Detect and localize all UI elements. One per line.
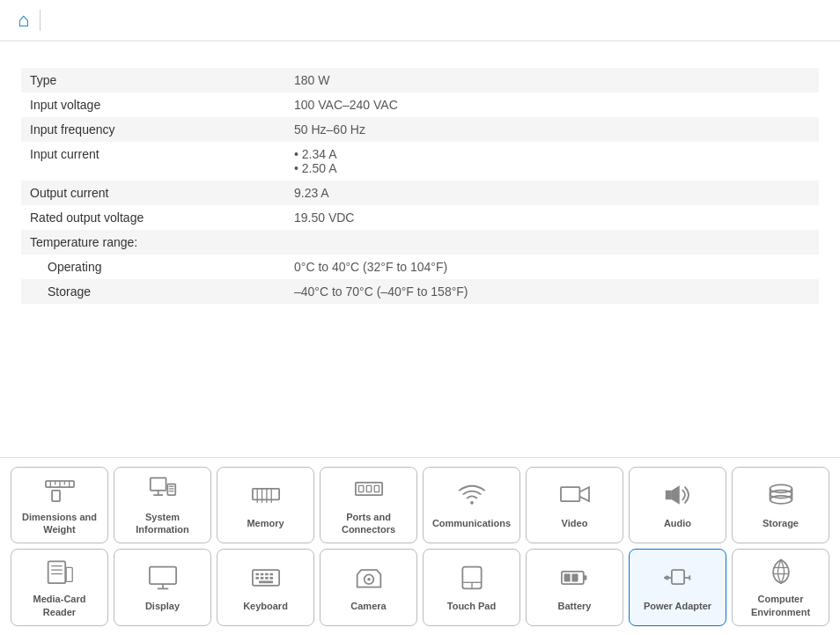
spec-value: 180 W [285,68,819,92]
nav-item-label: Communications [432,517,511,529]
svg-rect-49 [255,577,259,580]
spec-value: 2.34 A2.50 A [285,142,819,181]
nav-item-label: Touch Pad [447,600,496,612]
nav-item-label: Storage [763,517,799,529]
spec-label: Output current [21,181,285,205]
poweradapter-icon [662,564,694,596]
nav-row-2: Media-Card ReaderDisplayKeyboardCameraTo… [11,549,829,626]
nav-item-memory[interactable]: Memory [217,467,314,544]
svg-rect-53 [259,580,273,583]
svg-rect-41 [149,566,175,584]
spec-label: Storage [21,279,285,304]
svg-rect-51 [265,577,269,580]
svg-rect-48 [269,572,273,575]
spec-label: Input voltage [21,92,285,117]
svg-rect-62 [571,573,578,581]
computerenv-icon [765,557,797,589]
mediacard-icon [44,557,76,589]
nav-item-label: Camera [350,600,386,612]
header: ⌂ [0,0,840,41]
svg-rect-10 [167,484,175,494]
nav-item-display[interactable]: Display [114,549,211,626]
spec-value: 0°C to 40°C (32°F to 104°F) [285,255,819,279]
svg-rect-6 [52,491,60,501]
spec-table: Type180 WInput voltage100 VAC–240 VACInp… [21,68,819,304]
nav-item-battery[interactable]: Battery [526,549,623,626]
audio-icon [662,481,694,513]
nav-row-1: Dimensions and WeightSystem InformationM… [11,467,829,544]
header-divider [40,10,41,31]
svg-rect-50 [260,577,263,580]
nav-item-label: Dimensions and Weight [22,511,97,536]
nav-item-ports-connectors[interactable]: Ports and Connectors [320,467,417,544]
spec-label: Input frequency [21,117,285,142]
spec-label: Temperature range: [21,230,285,255]
svg-rect-46 [260,572,263,575]
nav-item-audio[interactable]: Audio [629,467,726,544]
svg-rect-14 [252,489,278,499]
nav-item-label: Media-Card Reader [33,593,86,618]
nav-item-label: Memory [247,517,284,529]
svg-rect-52 [269,577,273,580]
svg-rect-28 [561,487,579,501]
nav-item-storage[interactable]: Storage [732,467,829,544]
nav-item-dimensions-weight[interactable]: Dimensions and Weight [11,467,108,544]
nav-item-label: Computer Environment [751,593,810,618]
spec-label: Type [21,68,285,92]
touchpad-icon [456,564,488,596]
svg-rect-63 [671,570,683,584]
nav-item-label: Audio [664,517,691,529]
svg-rect-47 [265,572,269,575]
nav-item-system-info[interactable]: System Information [114,467,211,544]
svg-point-27 [470,501,474,505]
ports-icon [353,475,385,507]
spec-value [285,230,819,255]
svg-rect-45 [255,572,259,575]
home-icon[interactable]: ⌂ [18,9,29,32]
spec-value: 100 VAC–240 VAC [285,92,819,117]
wifi-icon [456,481,488,513]
nav-item-label: System Information [136,511,189,536]
svg-rect-60 [583,575,586,580]
main-content: Type180 WInput voltage100 VAC–240 VACInp… [0,41,840,321]
nav-item-label: Keyboard [243,600,288,612]
nav-item-computer-env[interactable]: Computer Environment [732,549,829,626]
svg-rect-40 [66,568,72,582]
nav-item-label: Power Adapter [644,600,711,612]
svg-point-55 [367,578,371,581]
svg-rect-61 [564,573,570,581]
svg-rect-36 [48,562,65,584]
nav-item-touchpad[interactable]: Touch Pad [423,549,520,626]
storage-icon [765,481,797,513]
nav-item-video[interactable]: Video [526,467,623,544]
ruler-icon [44,475,76,507]
svg-rect-25 [366,485,371,491]
spec-value: 50 Hz–60 Hz [285,117,819,142]
display-icon [147,564,179,596]
nav-item-media-card[interactable]: Media-Card Reader [11,549,108,626]
nav-item-label: Display [145,600,180,612]
nav-item-keyboard[interactable]: Keyboard [217,549,314,626]
spec-value: 9.23 A [285,181,819,205]
video-icon [559,481,591,513]
svg-rect-23 [355,483,381,495]
bottom-navigation: Dimensions and WeightSystem InformationM… [0,457,840,635]
svg-marker-30 [671,485,679,504]
svg-rect-7 [150,477,166,490]
svg-rect-24 [358,485,363,491]
spec-value: 19.50 VDC [285,205,819,230]
svg-point-35 [770,491,792,498]
battery-icon [559,564,591,596]
svg-rect-26 [374,485,379,491]
spec-label: Rated output voltage [21,205,285,230]
nav-item-label: Video [562,517,588,529]
spec-label: Operating [21,255,285,279]
nav-item-label: Ports and Connectors [342,511,395,536]
nav-item-communications[interactable]: Communications [423,467,520,544]
memory-icon [250,481,282,513]
keyboard-icon [250,564,282,596]
nav-item-camera[interactable]: Camera [320,549,417,626]
nav-item-label: Battery [558,600,592,612]
spec-label: Input current [21,142,285,181]
nav-item-power-adapter[interactable]: Power Adapter [629,549,726,626]
